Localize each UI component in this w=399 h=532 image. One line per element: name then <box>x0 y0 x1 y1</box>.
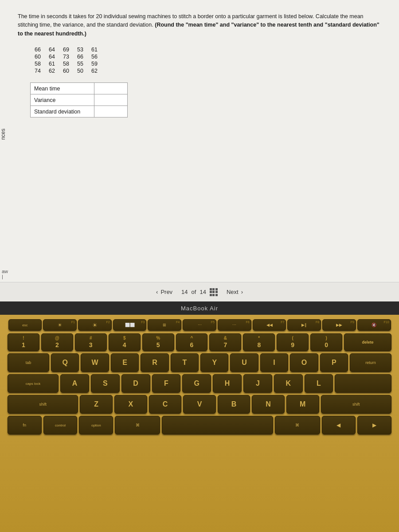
key-command-right[interactable]: ⌘ <box>275 416 320 434</box>
answer-table-container: Mean time Variance Standard deviation <box>30 82 381 117</box>
key-7[interactable]: & 7 <box>209 333 241 351</box>
key-a[interactable]: A <box>60 374 89 393</box>
data-cell: 61 <box>87 46 101 53</box>
key-t[interactable]: T <box>171 353 199 372</box>
key-f9[interactable]: ▶▶ F9 <box>322 319 356 331</box>
data-grid: 66 64 69 53 61 60 64 73 66 56 58 <box>30 46 381 74</box>
key-fn[interactable]: fn <box>8 416 42 434</box>
content-area: The time in seconds it takes for 20 indi… <box>0 0 399 135</box>
answer-input-mean[interactable] <box>94 83 128 94</box>
key-arrow-right[interactable]: ▶ <box>357 416 391 434</box>
data-table: 66 64 69 53 61 60 64 73 66 56 58 <box>30 46 101 74</box>
variance-input[interactable] <box>98 97 124 103</box>
data-cell: 58 <box>30 60 44 67</box>
key-2[interactable]: @ 2 <box>41 333 73 351</box>
key-option[interactable]: option <box>79 416 113 434</box>
key-s[interactable]: S <box>91 374 120 393</box>
key-caps[interactable]: caps lock <box>8 374 59 393</box>
keyboard: esc ☀ F1 ☀ F2 ⬜⬜ F3 ⊞ F4 ⋯ F5 ⋯ F6 ◀◀ F7 <box>0 315 399 532</box>
key-q[interactable]: Q <box>51 353 79 372</box>
prev-button[interactable]: ‹ Prev <box>156 289 172 295</box>
data-cell: 55 <box>73 60 87 67</box>
key-tab[interactable]: tab <box>8 353 49 372</box>
of-label: of <box>192 289 196 295</box>
key-f4[interactable]: ⊞ F4 <box>148 319 181 331</box>
key-v[interactable]: V <box>183 395 216 414</box>
prev-label: Prev <box>160 289 172 295</box>
problem-text: The time in seconds it takes for 20 indi… <box>18 12 381 38</box>
key-f8[interactable]: ▶‖ F8 <box>287 319 321 331</box>
key-return-2[interactable] <box>335 374 391 393</box>
answer-table: Mean time Variance Standard deviation <box>30 82 128 117</box>
answer-row-mean: Mean time <box>31 83 128 94</box>
key-9[interactable]: ( 9 <box>277 333 309 351</box>
next-button[interactable]: Next › <box>227 289 243 295</box>
stddev-input[interactable] <box>98 109 124 115</box>
key-f10[interactable]: 🔇 F10 <box>357 319 391 331</box>
data-row: 58 61 58 55 59 <box>30 60 101 67</box>
data-cell: 61 <box>44 60 59 67</box>
key-f3[interactable]: ⬜⬜ F3 <box>113 319 147 331</box>
answer-input-stddev[interactable] <box>94 106 128 117</box>
data-cell: 69 <box>59 46 73 53</box>
key-j[interactable]: J <box>243 374 272 393</box>
key-f6[interactable]: ⋯ F6 <box>218 319 251 331</box>
key-3[interactable]: # 3 <box>75 333 107 351</box>
data-cell: 53 <box>73 46 87 53</box>
side-label: nces <box>0 129 6 140</box>
key-command-left[interactable]: ⌘ <box>115 416 160 434</box>
key-x[interactable]: X <box>114 395 147 414</box>
key-m[interactable]: M <box>286 395 319 414</box>
screen: The time in seconds it takes for 20 indi… <box>0 0 399 301</box>
key-4[interactable]: $ 4 <box>109 333 141 351</box>
key-6[interactable]: ^ 6 <box>176 333 208 351</box>
key-d[interactable]: D <box>121 374 150 393</box>
key-f2[interactable]: ☀ F2 <box>78 319 112 331</box>
data-cell: 64 <box>44 46 59 53</box>
data-cell: 58 <box>59 60 73 67</box>
aw-label: aw| <box>2 269 8 279</box>
prev-arrow-icon: ‹ <box>156 289 158 295</box>
key-8[interactable]: * 8 <box>243 333 275 351</box>
key-1[interactable]: ! 1 <box>8 333 39 351</box>
key-z[interactable]: Z <box>80 395 113 414</box>
answer-input-variance[interactable] <box>94 94 128 106</box>
key-p[interactable]: P <box>320 353 348 372</box>
key-u[interactable]: U <box>230 353 258 372</box>
key-o[interactable]: O <box>290 353 318 372</box>
key-f7[interactable]: ◀◀ F7 <box>253 319 286 331</box>
key-k[interactable]: K <box>274 374 303 393</box>
key-l[interactable]: L <box>305 374 333 393</box>
grid-icon[interactable] <box>210 288 218 296</box>
key-shift-right[interactable]: shift <box>321 395 391 414</box>
mean-input[interactable] <box>98 86 124 92</box>
key-n[interactable]: N <box>252 395 285 414</box>
key-r[interactable]: R <box>141 353 168 372</box>
key-i[interactable]: I <box>260 353 288 372</box>
key-f5[interactable]: ⋯ F5 <box>183 319 216 331</box>
key-w[interactable]: W <box>81 353 109 372</box>
key-c[interactable]: C <box>149 395 182 414</box>
key-f[interactable]: F <box>152 374 181 393</box>
key-return[interactable]: return <box>350 353 391 372</box>
key-f1[interactable]: ☀ F1 <box>43 319 77 331</box>
problem-emphasis: (Round the "mean time" and "variance" to… <box>18 22 379 36</box>
answer-label-mean: Mean time <box>31 83 94 94</box>
answer-label-variance: Variance <box>31 94 94 106</box>
answer-row-variance: Variance <box>31 94 128 106</box>
key-control[interactable]: control <box>43 416 78 434</box>
key-h[interactable]: H <box>213 374 242 393</box>
key-y[interactable]: Y <box>200 353 228 372</box>
key-5[interactable]: % 5 <box>142 333 174 351</box>
key-shift-left[interactable]: shift <box>8 395 78 414</box>
key-g[interactable]: G <box>182 374 211 393</box>
key-delete[interactable]: delete <box>344 333 391 351</box>
qwerty-row: tab Q W E R T Y U I O P return <box>7 353 392 372</box>
key-escape[interactable]: esc <box>8 319 42 331</box>
key-b[interactable]: B <box>218 395 250 414</box>
page-info: 14 of 14 <box>181 288 218 296</box>
key-arrow-left[interactable]: ◀ <box>322 416 356 434</box>
key-spacebar[interactable] <box>162 416 273 434</box>
key-e[interactable]: E <box>111 353 139 372</box>
key-0[interactable]: ) 0 <box>310 333 342 351</box>
